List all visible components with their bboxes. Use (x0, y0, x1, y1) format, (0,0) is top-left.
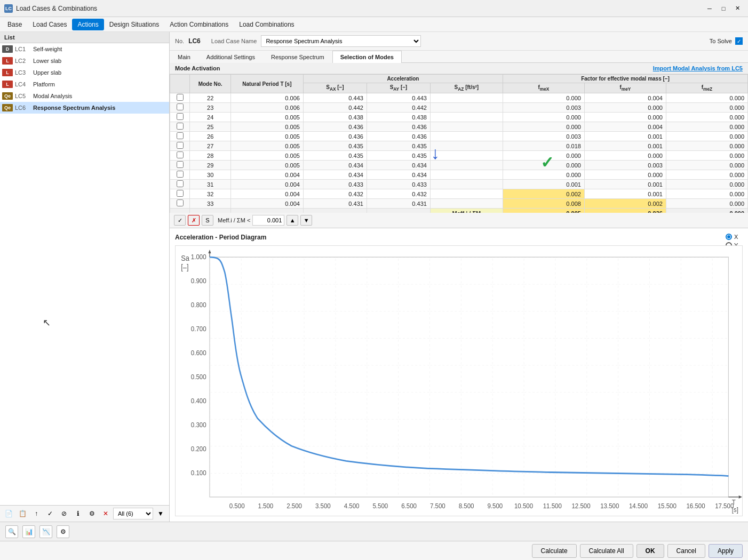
menu-action-combinations[interactable]: Action Combinations (164, 19, 234, 30)
row-fmex: 0.000 (503, 161, 584, 170)
close-button[interactable]: ✕ (731, 3, 744, 14)
to-solve-checkbox[interactable]: ✓ (735, 37, 743, 45)
copy-item-button[interactable]: 📋 (16, 508, 29, 519)
mass-threshold-input[interactable] (252, 215, 284, 226)
svg-text:0.100: 0.100 (191, 469, 206, 477)
row-fmex: 0.003 (503, 132, 584, 141)
cursor-indicator: ↖ (43, 317, 51, 329)
filter-select[interactable]: All (6) (113, 508, 153, 519)
svg-text:6.500: 6.500 (401, 502, 417, 510)
row-checkbox[interactable] (177, 180, 184, 187)
tab-response-spectrum[interactable]: Response Spectrum (263, 51, 332, 63)
list-item-lc1[interactable]: D LC1 Self-weight (0, 43, 169, 55)
row-checkbox[interactable] (177, 171, 184, 178)
row-checkbox[interactable] (177, 199, 184, 206)
svg-marker-37 (208, 250, 211, 253)
mass-up-button[interactable]: ▲ (287, 215, 298, 226)
bottom-table-button[interactable]: 📊 (22, 525, 35, 538)
row-fmey: 0.004 (584, 122, 666, 132)
cancel-button[interactable]: Cancel (667, 544, 705, 558)
filter-modes-button[interactable]: S (202, 215, 213, 226)
settings-button[interactable]: ⚙ (85, 508, 98, 519)
row-saz (430, 170, 503, 180)
bottom-diagram-button[interactable]: 📉 (39, 525, 52, 538)
info-button[interactable]: ℹ (71, 508, 84, 519)
radio-x[interactable]: X (726, 234, 741, 240)
mass-down-button[interactable]: ▼ (300, 215, 312, 226)
menu-loadcases[interactable]: Load Cases (27, 19, 72, 30)
minimize-button[interactable]: ─ (703, 3, 716, 14)
svg-text:9.500: 9.500 (487, 502, 503, 510)
tab-additional-settings[interactable]: Additional Settings (198, 51, 263, 63)
list-item-lc4[interactable]: L LC4 Platform (0, 78, 169, 90)
svg-text:13.500: 13.500 (600, 502, 619, 510)
uncheck-button[interactable]: ⊘ (58, 508, 70, 519)
svg-text:16.500: 16.500 (686, 502, 705, 510)
svg-text:T: T (732, 498, 736, 506)
calculate-all-button[interactable]: Calculate All (580, 544, 633, 558)
svg-text:Sa: Sa (181, 254, 189, 263)
row-checkbox[interactable] (177, 123, 184, 130)
table-row: 330.0040.4310.4310.0080.0020.000 (170, 199, 748, 209)
uncheck-all-button[interactable]: ✗ (188, 215, 200, 226)
calculate-button[interactable]: Calculate (532, 544, 577, 558)
row-period: 0.006 (230, 103, 303, 113)
row-fmey: 0.001 (584, 132, 666, 141)
row-checkbox[interactable] (177, 113, 184, 120)
row-checkbox[interactable] (177, 161, 184, 168)
delete-button[interactable]: ✕ (99, 508, 112, 519)
maximize-button[interactable]: □ (717, 3, 730, 14)
lc-name-select[interactable]: Response Spectrum Analysis (261, 35, 421, 47)
svg-text:7.500: 7.500 (430, 502, 445, 510)
row-mode-no: 27 (190, 141, 231, 151)
apply-button[interactable]: Apply (709, 544, 743, 558)
row-sax: 0.432 (303, 189, 367, 199)
row-mode-no: 23 (190, 103, 231, 113)
bottom-toolbar: 🔍 📊 📉 ⚙ (0, 522, 748, 541)
col-header-period: Natural Period T [s] (230, 75, 303, 93)
filter-chevron[interactable]: ▼ (154, 508, 167, 519)
row-mode-no: 28 (190, 151, 231, 161)
row-checkbox[interactable] (177, 151, 184, 158)
row-mode-no: 32 (190, 189, 231, 199)
menu-actions[interactable]: Actions (72, 19, 104, 30)
lc2-code: LC2 (15, 58, 30, 64)
svg-text:0.600: 0.600 (191, 349, 206, 357)
add-item-button[interactable]: 📄 (2, 508, 15, 519)
bottom-search-button[interactable]: 🔍 (5, 525, 18, 538)
menu-load-combinations[interactable]: Load Combinations (234, 19, 299, 30)
row-checkbox[interactable] (177, 103, 184, 110)
menu-design-situations[interactable]: Design Situations (104, 19, 164, 30)
col-header-acceleration: Acceleration (303, 75, 503, 83)
row-fmez: 0.000 (666, 122, 747, 132)
radio-x-circle (726, 234, 732, 240)
row-fmex: 0.003 (503, 103, 584, 113)
tab-main[interactable]: Main (170, 51, 198, 63)
svg-text:1.500: 1.500 (258, 502, 274, 510)
row-fmex: 0.000 (503, 170, 584, 180)
bottom-settings-button[interactable]: ⚙ (57, 525, 69, 538)
tab-selection-of-modes[interactable]: Selection of Modes (332, 51, 402, 63)
list-item-lc2[interactable]: L LC2 Lower slab (0, 55, 169, 67)
list-item-lc3[interactable]: L LC3 Upper slab (0, 67, 169, 78)
row-checkbox[interactable] (177, 142, 184, 149)
row-checkbox[interactable] (177, 190, 184, 197)
svg-text:10.500: 10.500 (514, 502, 533, 510)
col-header-sax: SAX [–] (303, 83, 367, 93)
move-up-button[interactable]: ↑ (30, 508, 43, 519)
row-checkbox[interactable] (177, 132, 184, 139)
ok-button[interactable]: OK (636, 544, 664, 558)
summary-fmex: 0.905 (503, 209, 584, 213)
import-modal-link[interactable]: Import Modal Analysis from LC5 (653, 65, 743, 71)
list-item-lc6[interactable]: Qe LC6 Response Spectrum Analysis (0, 102, 169, 114)
row-sax: 0.435 (303, 151, 367, 161)
row-say: 0.434 (367, 170, 430, 180)
menu-base[interactable]: Base (2, 19, 27, 30)
row-fmey: 0.001 (584, 141, 666, 151)
row-checkbox[interactable] (177, 94, 184, 101)
row-fmez: 0.000 (666, 151, 747, 161)
mode-table-container: Mode No. Natural Period T [s] Accelerati… (170, 74, 748, 213)
check-button[interactable]: ✓ (44, 508, 57, 519)
check-all-button[interactable]: ✓ (174, 215, 186, 226)
list-item-lc5[interactable]: Qe LC5 Modal Analysis (0, 90, 169, 102)
